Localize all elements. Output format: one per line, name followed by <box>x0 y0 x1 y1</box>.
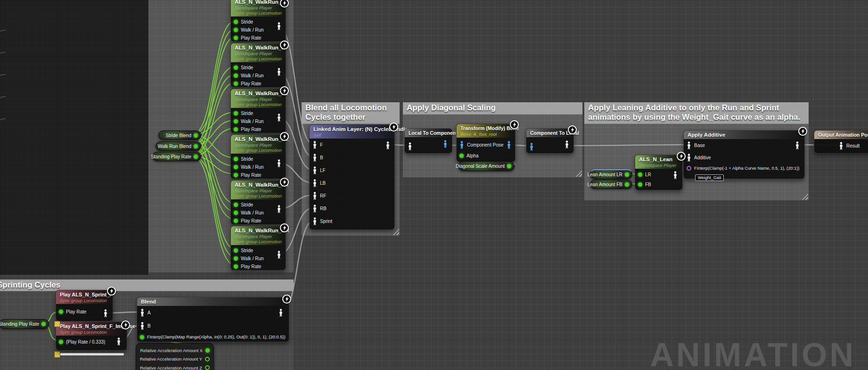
pose-output-person-icon[interactable] <box>277 22 281 30</box>
output-pin[interactable] <box>205 365 210 370</box>
node-als-n-lean[interactable]: ALS_N_Lean Blendspace Player LR FB <box>635 155 683 190</box>
output-pin[interactable] <box>194 155 198 159</box>
pose-b-person-icon[interactable] <box>140 322 145 330</box>
pose-pin-person-icon[interactable] <box>312 166 317 174</box>
base-pose-person-icon[interactable] <box>687 141 691 149</box>
node-output-animation-pose[interactable]: Output Animation Pose Result <box>814 130 868 154</box>
pin-label: (Play Rate / 0.333) <box>66 339 105 345</box>
pose-pin-person-icon[interactable] <box>312 154 317 162</box>
node-blend[interactable]: Blend A B FInterp(Clamp(Map Range(Alpha,… <box>137 297 289 342</box>
component-pose-output-person-icon[interactable] <box>507 141 511 149</box>
stride-pin[interactable] <box>234 248 238 253</box>
sync-group-label: Sync group Locomotion <box>235 10 282 16</box>
relative-acceleration-pills[interactable]: Relative Acceleration Amount X Relative … <box>136 343 214 370</box>
pin-label: Play Rate <box>241 35 261 41</box>
pose-pin-person-icon[interactable] <box>312 217 317 225</box>
node-transform-modify-bone[interactable]: Transform (Modify) Bone Bone: ik_foot_ro… <box>456 123 516 162</box>
pill-standing-play-rate-sprint[interactable]: Standing Play Rate <box>0 319 49 329</box>
component-pose-input-person-icon[interactable] <box>459 141 464 149</box>
pose-output-person-icon[interactable] <box>385 141 390 149</box>
pose-output-person-icon[interactable] <box>673 171 678 179</box>
output-pin[interactable] <box>205 348 210 353</box>
pose-output-person-icon[interactable] <box>277 68 281 76</box>
pose-pin-person-icon[interactable] <box>312 205 317 213</box>
pose-pin-person-icon[interactable] <box>312 179 317 187</box>
comment-title: Apply Diagonal Scaling <box>403 102 582 114</box>
output-pin[interactable] <box>41 322 46 326</box>
animgraph-canvas[interactable]: Blend all Locomotion Cycles together App… <box>0 0 868 370</box>
node-local-to-component[interactable]: Local To Component <box>404 128 452 154</box>
fb-pin[interactable] <box>638 182 642 187</box>
component-pose-output-person-icon[interactable] <box>443 140 448 148</box>
walk-run-pin[interactable] <box>234 256 238 261</box>
pose-output-person-icon[interactable] <box>277 251 281 259</box>
pose-pin-person-icon[interactable] <box>312 192 317 200</box>
walk-run-pin[interactable] <box>234 119 238 123</box>
stride-pin[interactable] <box>234 157 238 161</box>
node-apply-additive[interactable]: Apply Additive Base Additive FInterp(Cla… <box>683 130 805 179</box>
pill-rel-accel-x[interactable]: Relative Acceleration Amount X <box>140 346 210 355</box>
output-pin[interactable] <box>625 182 629 187</box>
pose-output-person-icon[interactable] <box>116 337 121 345</box>
node-play-als-n-sprint-f[interactable]: Play ALS_N_Sprint_F Sync group Locomotio… <box>56 290 113 321</box>
sequence-progress-knob[interactable] <box>54 351 60 358</box>
pill-lean-amount-fb[interactable]: Lean Amount FB <box>590 180 632 189</box>
node-component-to-local[interactable]: Component To Local <box>526 128 574 154</box>
play-rate-pin[interactable] <box>234 264 238 269</box>
walk-run-pin[interactable] <box>234 211 238 215</box>
stride-pin[interactable] <box>234 203 238 207</box>
pose-output-person-icon[interactable] <box>277 159 281 167</box>
pill-rel-accel-z[interactable]: Relative Acceleration Amount Z <box>140 363 210 370</box>
play-rate-pin[interactable] <box>234 173 238 177</box>
play-rate-pin[interactable] <box>59 340 63 344</box>
component-pose-input-person-icon[interactable] <box>529 143 534 151</box>
pill-stride-blend[interactable]: Stride Blend <box>158 131 201 140</box>
pill-rel-accel-y[interactable]: Relative Acceleration Amount Y <box>140 355 210 364</box>
pill-label: Lean Amount LR <box>588 172 623 177</box>
output-pin[interactable] <box>507 164 511 168</box>
play-rate-pin[interactable] <box>234 36 238 40</box>
node-als-n-walkrun-bl[interactable]: ALS_N_WalkRun_BL Blendspace Player Sync … <box>230 134 286 179</box>
alpha-pin[interactable] <box>459 154 464 158</box>
output-pin[interactable] <box>205 357 210 362</box>
walk-run-pin[interactable] <box>234 74 238 78</box>
stride-pin[interactable] <box>234 66 238 70</box>
pose-output-person-icon[interactable] <box>103 309 108 317</box>
pose-output-person-icon[interactable] <box>278 309 283 317</box>
node-linked-anim-layer[interactable]: Linked Anim Layer: (N) CycleBlending Sel… <box>309 124 395 230</box>
result-pose-person-icon[interactable] <box>839 142 843 150</box>
alpha-pin[interactable] <box>140 335 144 339</box>
pill-diagonal-scale-amount[interactable]: Diagonal Scale Amount <box>458 161 515 171</box>
additive-pose-person-icon[interactable] <box>687 154 691 162</box>
node-als-n-walkrun-b[interactable]: ALS_N_WalkRun_B Blendspace Player Sync g… <box>230 43 286 88</box>
node-play-als-n-sprint-f-impulse[interactable]: Play ALS_N_Sprint_F_Impulse Sync group L… <box>56 321 127 351</box>
lr-pin[interactable] <box>638 173 642 177</box>
walk-run-pin[interactable] <box>234 28 238 32</box>
output-pin[interactable] <box>194 133 198 138</box>
pose-output-person-icon[interactable] <box>795 141 800 149</box>
walk-run-pin[interactable] <box>234 165 238 169</box>
node-als-n-walkrun-fl[interactable]: ALS_N_WalkRun_FL Blendspace Player Sync … <box>230 89 286 133</box>
pose-output-person-icon[interactable] <box>565 140 569 148</box>
output-pin[interactable] <box>625 173 629 177</box>
node-als-n-walkrun-br[interactable]: ALS_N_WalkRun_BR Blendspace Player Sync … <box>230 226 286 271</box>
play-rate-pin[interactable] <box>234 219 238 223</box>
stride-pin[interactable] <box>234 111 238 115</box>
output-pin[interactable] <box>194 144 198 148</box>
pose-output-person-icon[interactable] <box>277 205 281 213</box>
stride-pin[interactable] <box>234 20 238 24</box>
pose-pin-person-icon[interactable] <box>312 141 317 149</box>
pose-a-person-icon[interactable] <box>140 309 145 317</box>
node-als-n-walkrun-fr[interactable]: ALS_N_WalkRun_FR Blendspace Player Sync … <box>230 180 286 225</box>
alpha-curve-pin[interactable] <box>687 166 691 171</box>
play-rate-pin[interactable] <box>234 127 238 132</box>
pose-output-person-icon[interactable] <box>277 114 281 122</box>
pill-walk-run-blend[interactable]: Walk Run Blend <box>156 141 201 151</box>
pill-standing-play-rate[interactable]: Standing Play Rate <box>152 152 201 161</box>
node-als-n-walkrun-f[interactable]: ALS_N_WalkRun_F Blendspace Player Sync g… <box>230 0 286 42</box>
pill-lean-amount-lr[interactable]: Lean Amount LR <box>590 169 632 179</box>
curve-name-input[interactable]: Weight_Gait <box>695 174 724 181</box>
play-rate-pin[interactable] <box>234 82 238 86</box>
pose-input-person-icon[interactable] <box>408 142 412 150</box>
play-rate-pin[interactable] <box>59 310 63 314</box>
